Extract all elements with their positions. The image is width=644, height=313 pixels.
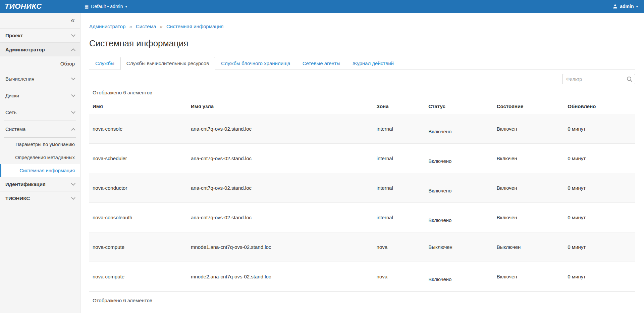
sidebar-item-label: ТИОНИКС	[5, 195, 30, 201]
cell-name: nova-console	[89, 114, 187, 144]
table-header-row: Имя Имя узла Зона Статус Состояние Обнов…	[89, 99, 635, 114]
top-navbar: ТИОНИКС ▦ Default • admin ▾ admin ▾	[0, 0, 644, 13]
sidebar-item-label: Параметры по умолчанию	[15, 142, 75, 147]
filter-input[interactable]	[562, 74, 635, 84]
breadcrumb-admin[interactable]: Администратор	[89, 24, 125, 29]
sidebar-item-label: Проект	[5, 33, 23, 38]
status-badge: Включено	[428, 217, 451, 223]
sidebar-group-volumes[interactable]: Диски	[4, 87, 76, 104]
cell-zone: nova	[373, 232, 425, 262]
items-count-top: Отображено 6 элементов	[89, 90, 635, 95]
status-badge: Включено	[428, 158, 451, 164]
tab-block-storage-services[interactable]: Службы блочного хранилища	[215, 57, 297, 70]
page-title: Системная информация	[89, 38, 635, 48]
status-badge: Включено	[428, 188, 451, 193]
column-header-name: Имя	[89, 99, 187, 114]
sidebar-item-label: Обзор	[60, 61, 75, 66]
cell-status: Включено	[425, 173, 493, 203]
cell-status: Включено	[425, 262, 493, 292]
context-switcher-label: Default • admin	[91, 4, 123, 9]
cell-host: ana-cnt7q-ovs-02.stand.loc	[187, 203, 373, 232]
sidebar-item-system-information[interactable]: Системная информация	[0, 164, 80, 177]
sidebar-item-overview[interactable]: Обзор	[0, 56, 80, 71]
context-switcher[interactable]: ▦ Default • admin ▾	[85, 4, 127, 9]
sidebar: « Проект Администратор Обзор Вычисления …	[0, 13, 80, 313]
projects-grid-icon: ▦	[85, 4, 89, 9]
cell-updated: 0 минут	[564, 262, 635, 292]
status-badge: Включено	[428, 276, 451, 282]
cell-updated: 0 минут	[564, 232, 635, 262]
sidebar-item-defaults[interactable]: Параметры по умолчанию	[0, 138, 80, 151]
cell-updated: 0 минут	[564, 173, 635, 203]
tab-compute-services[interactable]: Службы вычислительных ресурсов	[120, 57, 215, 70]
tab-network-agents[interactable]: Сетевые агенты	[297, 57, 346, 70]
cell-name: nova-conductor	[89, 173, 187, 203]
chevron-down-icon	[71, 195, 75, 200]
cell-state: Включен	[493, 144, 565, 173]
table-toolbar	[89, 74, 635, 84]
breadcrumb-current: Системная информация	[166, 24, 223, 29]
caret-down-icon: ▾	[125, 4, 127, 9]
chevron-down-icon	[71, 93, 75, 97]
cell-name: nova-compute	[89, 262, 187, 292]
table-row: nova-consoleauth ana-cnt7q-ovs-02.stand.…	[89, 203, 635, 232]
cell-updated: 0 минут	[564, 144, 635, 173]
cell-host: ana-cnt7q-ovs-02.stand.loc	[187, 173, 373, 203]
chevron-down-icon	[71, 181, 75, 186]
table-row: nova-scheduler ana-cnt7q-ovs-02.stand.lo…	[89, 144, 635, 173]
sidebar-item-admin[interactable]: Администратор	[0, 42, 80, 56]
sidebar-group-label: Система	[5, 126, 25, 132]
breadcrumb-separator: »	[129, 24, 132, 29]
table-row: nova-conductor ana-cnt7q-ovs-02.stand.lo…	[89, 173, 635, 203]
column-header-updated: Обновлено	[564, 99, 635, 114]
column-header-status: Статус	[425, 99, 493, 114]
main-content: Администратор » Система » Системная инфо…	[80, 13, 644, 313]
cell-host: ana-cnt7q-ovs-02.stand.loc	[187, 114, 373, 144]
services-table: Имя Имя узла Зона Статус Состояние Обнов…	[89, 99, 635, 292]
sidebar-group-label: Диски	[5, 93, 19, 98]
sidebar-item-tionix[interactable]: ТИОНИКС	[0, 191, 80, 205]
filter-field	[562, 74, 635, 84]
sidebar-item-label: Администратор	[5, 47, 45, 52]
brand-logo[interactable]: ТИОНИКС	[0, 2, 80, 11]
cell-zone: internal	[373, 114, 425, 144]
breadcrumb-system[interactable]: Система	[136, 24, 156, 29]
cell-status: Выключен	[425, 232, 493, 262]
chevron-down-icon	[71, 76, 75, 80]
chevron-up-icon	[71, 128, 75, 132]
status-badge: Выключен	[428, 244, 452, 250]
sidebar-group-network[interactable]: Сеть	[4, 104, 76, 121]
chevron-up-icon	[71, 48, 75, 53]
cell-zone: internal	[373, 173, 425, 203]
sidebar-item-project[interactable]: Проект	[0, 28, 80, 42]
sidebar-item-label: Идентификация	[5, 181, 46, 187]
user-menu[interactable]: admin ▾	[613, 4, 644, 9]
items-count-bottom: Отображено 6 элементов	[89, 298, 635, 303]
sidebar-group-label: Вычисления	[5, 76, 34, 82]
cell-status: Включено	[425, 144, 493, 173]
breadcrumb-separator: »	[160, 24, 163, 29]
collapse-icon: «	[71, 16, 75, 25]
tab-action-log[interactable]: Журнал действий	[346, 57, 399, 70]
cell-status: Включено	[425, 114, 493, 144]
search-icon[interactable]	[627, 76, 633, 82]
cell-state: Включен	[493, 173, 565, 203]
cell-name: nova-compute	[89, 232, 187, 262]
cell-status: Включено	[425, 203, 493, 232]
column-header-host: Имя узла	[187, 99, 373, 114]
user-icon	[613, 4, 618, 9]
sidebar-group-label: Сеть	[5, 109, 16, 115]
sidebar-group-compute[interactable]: Вычисления	[4, 71, 76, 87]
sidebar-item-identity[interactable]: Идентификация	[0, 177, 80, 191]
sidebar-item-metadata-definitions[interactable]: Определения метаданных	[0, 151, 80, 164]
tab-services[interactable]: Службы	[89, 57, 120, 70]
status-badge: Включено	[428, 129, 451, 134]
cell-host: mnode2.ana-cnt7q-ovs-02.stand.loc	[187, 262, 373, 292]
sidebar-collapse-button[interactable]: «	[0, 13, 80, 28]
sidebar-group-system[interactable]: Система	[4, 121, 76, 138]
breadcrumb: Администратор » Система » Системная инфо…	[89, 24, 635, 29]
cell-zone: internal	[373, 203, 425, 232]
column-header-zone: Зона	[373, 99, 425, 114]
chevron-down-icon	[71, 33, 75, 37]
cell-state: Включен	[493, 114, 565, 144]
